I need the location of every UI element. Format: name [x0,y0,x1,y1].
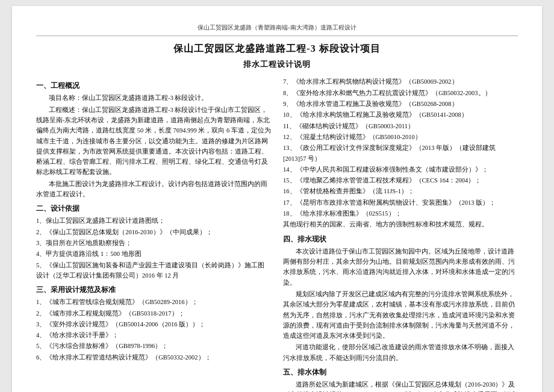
header-text: 保山工贸园区龙盛路（青塑路南端-南大湾路）道路工程设计 [198,24,356,31]
section1-content: 项目名称：保山工贸园区龙盛路道路工程-3 标段设计。工程概述：保山工贸园区龙盛路… [36,93,271,199]
list-item: 9、《给水排水管道工程施工及验收规范》（GB50268-2008） [283,99,518,109]
page: 保山工贸园区龙盛路（青塑路南端-南大湾路）道路工程设计 保山工贸园区龙盛路道路工… [12,6,542,392]
list-item: 4、《给水排水设计手册》； [36,330,271,340]
section3-items-left: 1、《城市工程管线综合规划规范》（GB50289-2016）；2、《城市排水工程… [36,297,271,362]
section2-items: 1、保山工贸园区龙盛路工程设计道路图纸；2、《保山工贸园区总体规划（2016-2… [36,216,271,281]
section1-para: 本批施工图设计为龙盛路排水工程设计。设计内容包括道路设计范围内的雨水管道工程设计… [36,179,271,200]
section1-para: 项目名称：保山工贸园区龙盛路道路工程-3 标段设计。 [36,93,271,103]
list-item: 1、《城市工程管线综合规划规范》（GB50289-2016）； [36,297,271,307]
main-content: 一、工程概况 项目名称：保山工贸园区龙盛路道路工程-3 标段设计。工程概述：保山… [36,76,518,392]
doc-subtitle: 排水工程设计说明 [36,58,518,70]
section2-title: 二、设计依据 [36,203,271,214]
list-item: 17、《昆明市市政排水管道和附属构筑物设计、安装图集》（2013 版）； [283,198,518,208]
list-item: 6、《给水排水工程管道结构设计规范》（GB50332-2002）； [36,352,271,362]
section5-content: 道路所处区域为新建城区，根据《保山工贸园区总体规划（2016-2030）》及《室… [283,379,518,392]
list-item: 1、保山工贸园区龙盛路工程设计道路图纸； [36,216,271,226]
list-item: 7、《给水排水工程构筑物结构设计规范》（GB50069-2002） [283,76,518,87]
section4-para: 河道功能退化，使部分区域己改造建设的雨水管道排放水体不明确，面接入污水排放系统，… [283,342,518,363]
doc-title: 保山工贸园区龙盛路道路工程-3 标段设计项目 [36,41,518,57]
list-item: 3、项目所在片区地质勘察报告； [36,238,271,248]
list-item: 2、《保山工贸园区总体规划（2016-2030）》（中间成果）； [36,227,271,237]
list-item: 14、《中华人民共和国工程建设标准强制性条文（城市建设部分）》； [283,164,518,175]
left-column: 一、工程概况 项目名称：保山工贸园区龙盛路道路工程-3 标段设计。工程概述：保山… [36,76,271,392]
page-header: 保山工贸园区龙盛路（青塑路南端-南大湾路）道路工程设计 [36,23,518,36]
list-item: 5、《保山工贸园区施旬装备和适产业园主干道建设项目（长岭岗路）》施工图设计（泛华… [36,260,271,281]
section1-para: 工程概述：保山工贸园区龙盛路道路工程-3 标段设计位于保山市工贸园区，线路呈南-… [36,105,271,178]
section1-title: 一、工程概况 [36,80,271,92]
list-item: 其他现行相关的国家、云南省、地方的强制性标准和技术规范、规程。 [283,219,518,229]
section3-items-right: 7、《给水排水工程构筑物结构设计规范》（GB50069-2002）8、《室外给水… [283,76,518,229]
section4-title: 四、排水现状 [283,234,518,245]
section5-title: 五、排水体制 [283,367,518,378]
section5-para: 道路所处区域为新建城区，根据《保山工贸园区总体规划（2016-2030）》及《室… [283,379,518,392]
list-item: 12、《混凝土结构设计规范》（GB50010-2010） [283,132,518,142]
list-item: 4、甲方提供道路沿线 1：500 地形图 [36,249,271,259]
list-item: 8、《室外给水排水和燃气热力工程抗震设计规范》（GB50032-2003。） [283,88,518,98]
list-item: 2、《城市排水工程规划规范》（GB50318-2017）； [36,308,271,319]
right-column: 7、《给水排水工程构筑物结构设计规范》（GB50069-2002）8、《室外给水… [283,76,518,392]
section4-para: 本次设计道路位于保山市工贸园区施旬园中内。区域为丘陵地带，设计道路两侧有部分村庄… [283,246,518,288]
list-item: 10、《给水排水构筑物工程施工及验收规范》（GB50141-2008） [283,110,518,120]
list-item: 3、《室外排水设计规范》（GB50014-2006（2016 版））； [36,319,271,329]
list-item: 18、《给水排水标准图集》（02S515）； [283,208,518,219]
list-item: 5、《污水综合排放标准》（GB8978-1996）； [36,341,271,351]
section3-title: 三、采用设计规范及标准 [36,284,271,296]
section4-content: 本次设计道路位于保山市工贸园区施旬园中内。区域为丘陵地带，设计道路两侧有部分村庄… [283,246,518,363]
section4-para: 规划区域内除了开发区已建成区域内有完整的污分流排水管网系统系统外，其余区域大部分… [283,289,518,341]
list-item: 15、《埋地聚乙烯排水管管道工程技术规程》（CECS 164：2004）； [283,175,518,185]
list-item: 13、《政公用工程设计文件深度制深度规定》（2013 年版）（建设部建筑[201… [283,143,518,164]
list-item: 11、《砌体结构设计规范》（GB50003-2011） [283,121,518,131]
list-item: 16、《管材统格检查井图集》（流 11JS-1）； [283,186,518,196]
